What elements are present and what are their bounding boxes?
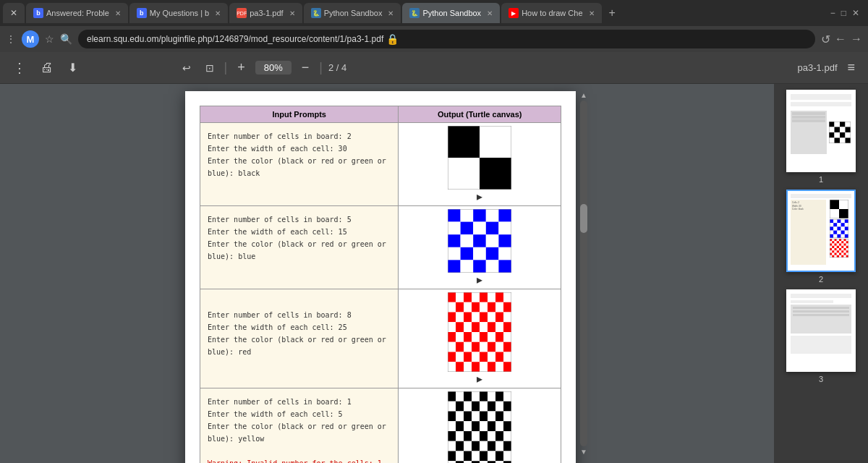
add-tab-button[interactable]: + xyxy=(603,7,621,20)
pdf-toolbar: ⋮ 🖨 ⬇ ↩ ⊡ | + 80% − | 2 / 4 pa3-1.pdf ≡ xyxy=(0,52,868,84)
tab-label: Python Sandbox xyxy=(422,9,481,17)
warning-text-1: Warning: Invalid number for the cells: 1… xyxy=(208,459,382,463)
content-table: Input Prompts Output (Turtle canvas) Ent… xyxy=(200,106,561,463)
refresh-btn[interactable]: ↺ xyxy=(821,33,830,46)
output-cell-3: ▸ xyxy=(399,289,561,388)
tab-pa3[interactable]: PDF pa3-1.pdf ✕ xyxy=(229,3,302,23)
browser-chrome: ✕ b Answered: Proble ✕ b My Questions | … xyxy=(0,0,868,52)
tab-myq[interactable]: b My Questions | b ✕ xyxy=(129,3,228,23)
favicon-py1: 🐍 xyxy=(311,8,321,18)
tab-answered[interactable]: b Answered: Proble ✕ xyxy=(26,3,128,23)
minimize-btn[interactable]: − xyxy=(830,8,835,18)
tab-bar: ✕ b Answered: Proble ✕ b My Questions | … xyxy=(0,0,868,26)
thumb-num-2: 2 xyxy=(819,275,823,284)
thumb-img-1 xyxy=(786,90,856,172)
arrow-3: ▸ xyxy=(401,373,558,385)
divider2: | xyxy=(319,60,323,75)
address-text: elearn.squ.edu.om/pluginfile.php/1246879… xyxy=(87,34,383,44)
favicon-yt: ▶ xyxy=(509,8,519,18)
thumb-item-2[interactable]: Cells: 2 Width: 30 Color: black 2 xyxy=(786,190,856,284)
zoom-in-button[interactable]: + xyxy=(233,57,250,78)
thumb-item-1[interactable]: 1 xyxy=(786,90,856,184)
menu-button[interactable]: ⋮ xyxy=(9,57,30,79)
input-cell-1: Enter number of cells in board: 2 Enter … xyxy=(200,123,399,206)
more-options-button[interactable]: ≡ xyxy=(843,57,860,78)
favicon-answered: b xyxy=(33,8,43,18)
tab-howto[interactable]: ▶ How to draw Che ✕ xyxy=(501,3,601,23)
favicon-myq: b xyxy=(137,8,147,18)
search-icon[interactable]: 🔍 xyxy=(60,33,72,45)
scrollbar-thumb[interactable] xyxy=(580,204,587,233)
favicon-py2: 🐍 xyxy=(409,8,420,18)
close-icon: ✕ xyxy=(10,8,17,18)
tab-python1[interactable]: 🐍 Python Sandbox ✕ xyxy=(304,3,401,23)
scroll-up-btn[interactable]: ▲ xyxy=(580,91,587,99)
thumb-item-3[interactable]: 3 xyxy=(786,289,856,383)
thumb-img-2: Cells: 2 Width: 30 Color: black xyxy=(786,190,856,272)
zoom-level[interactable]: 80% xyxy=(255,61,292,75)
fit-page-button[interactable]: ⊡ xyxy=(201,59,218,77)
tab-close-icon[interactable]: ✕ xyxy=(215,9,221,17)
tab-python2[interactable]: 🐍 Python Sandbox ✕ xyxy=(402,3,500,23)
tab-close-icon[interactable]: ✕ xyxy=(487,9,493,17)
thumb-num-1: 1 xyxy=(819,175,823,184)
favicon-pa3: PDF xyxy=(237,8,247,18)
scrollbar-track xyxy=(580,101,587,446)
tab-label: How to draw Che xyxy=(522,9,582,17)
thumb-inner-3 xyxy=(788,291,854,370)
pdf-viewer: Input Prompts Output (Turtle canvas) Ent… xyxy=(0,84,774,463)
output-cell-4: ▸ xyxy=(399,388,561,464)
tab-close-icon[interactable]: ✕ xyxy=(289,9,295,17)
table-row: Enter number of cells in board: 1 Enter … xyxy=(200,388,561,464)
forward-btn[interactable]: → xyxy=(851,33,862,46)
window-close-btn[interactable]: ✕ xyxy=(852,8,859,18)
bookmark-icon[interactable]: ☆ xyxy=(45,33,54,45)
tab-label: My Questions | b xyxy=(150,9,209,17)
print-button[interactable]: 🖨 xyxy=(36,57,58,78)
input-cell-4: Enter number of cells in board: 1 Enter … xyxy=(200,388,399,464)
main-area: Input Prompts Output (Turtle canvas) Ent… xyxy=(0,84,868,463)
lock-icon: 🔒 xyxy=(386,33,399,45)
tab-label: Answered: Proble xyxy=(46,9,109,17)
input-cell-3: Enter number of cells in board: 8 Enter … xyxy=(200,289,399,388)
toolbar-center: ↩ ⊡ | + 80% − | 2 / 4 xyxy=(88,57,437,78)
table-row: Enter number of cells in board: 2 Enter … xyxy=(200,123,561,206)
thumb-num-3: 3 xyxy=(819,375,823,383)
tab-close-icon[interactable]: ✕ xyxy=(115,9,121,17)
prev-page-button[interactable]: ↩ xyxy=(178,59,195,77)
thumb-inner-2: Cells: 2 Width: 30 Color: black xyxy=(788,191,854,271)
thumb-img-3 xyxy=(786,289,856,372)
tab-close-icon[interactable]: ✕ xyxy=(388,9,393,17)
thumb-inner-1 xyxy=(788,91,854,171)
table-row: Enter number of cells in board: 8 Enter … xyxy=(200,289,561,388)
pdf-scrollbar[interactable]: ▲ ▼ xyxy=(579,91,589,456)
pdf-filename: pa3-1.pdf xyxy=(798,62,838,73)
address-input[interactable]: elearn.squ.edu.om/pluginfile.php/1246879… xyxy=(78,30,815,48)
profile-icon[interactable]: M xyxy=(22,30,39,48)
scroll-down-btn[interactable]: ▼ xyxy=(580,448,587,456)
page-display: 2 / 4 xyxy=(328,62,346,73)
browser-actions: ↺ ← → xyxy=(821,33,862,46)
pdf-page: Input Prompts Output (Turtle canvas) Ent… xyxy=(185,91,576,463)
output-cell-2: ▸ xyxy=(399,206,561,289)
tab-label: pa3-1.pdf xyxy=(250,9,283,17)
tab-close-icon[interactable]: ✕ xyxy=(589,9,595,17)
address-bar: ⋮ M ☆ 🔍 elearn.squ.edu.om/pluginfile.php… xyxy=(0,26,868,52)
tab-label: Python Sandbox xyxy=(324,9,383,17)
arrow-1: ▸ xyxy=(401,191,558,203)
input-cell-2: Enter number of cells in board: 5 Enter … xyxy=(200,206,399,289)
arrow-2: ▸ xyxy=(401,274,558,286)
col-output-header: Output (Turtle canvas) xyxy=(399,106,561,123)
output-cell-1: ▸ xyxy=(399,123,561,206)
back-btn[interactable]: ← xyxy=(835,33,846,46)
download-button[interactable]: ⬇ xyxy=(64,58,82,77)
zoom-out-button[interactable]: − xyxy=(297,57,314,78)
divider: | xyxy=(224,60,228,75)
table-row: Enter number of cells in board: 5 Enter … xyxy=(200,206,561,289)
thumbnail-sidebar: 1 Cells: 2 Width: 30 Color: black xyxy=(774,84,868,463)
nav-back-btn[interactable]: ⋮ xyxy=(6,33,16,45)
maximize-btn[interactable]: □ xyxy=(841,8,846,18)
tab-close-btn[interactable]: ✕ xyxy=(3,3,25,23)
col-input-header: Input Prompts xyxy=(200,106,399,123)
